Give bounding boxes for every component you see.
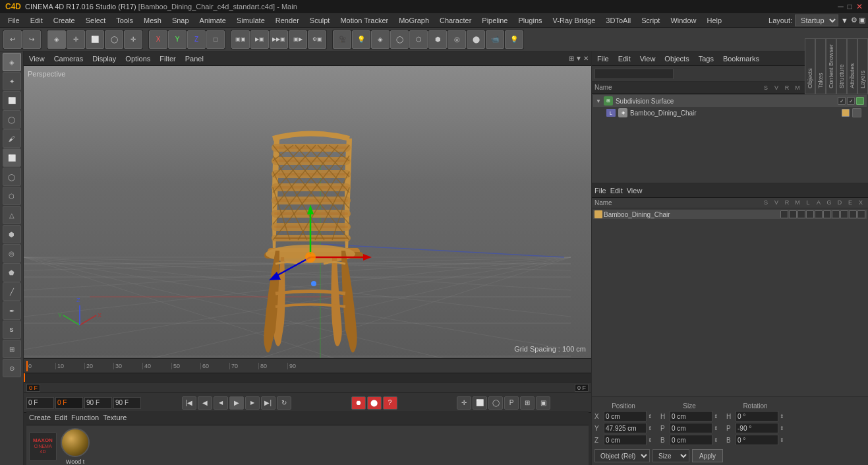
menu-pipeline[interactable]: Pipeline [477, 15, 513, 26]
pos-z-input[interactable] [604, 435, 647, 445]
tool-cylinder[interactable]: ⬡ [3, 187, 21, 205]
obj-file-menu[interactable]: File [594, 54, 612, 63]
redo-button[interactable]: ↪ [22, 30, 41, 49]
attributes-tab[interactable]: Attributes [847, 38, 857, 94]
obj-row-subdivision[interactable]: ▼ ⊞ Subdivision Surface ✓ ✓ [593, 95, 867, 107]
scale-button[interactable]: ⬜ [86, 30, 104, 49]
objects-tab[interactable]: Objects [805, 38, 815, 94]
max-frame-input[interactable] [113, 397, 141, 409]
fcurve-button[interactable]: ◯ [488, 396, 503, 410]
transform-button[interactable]: ✛ [124, 30, 142, 49]
play-reverse-button[interactable]: ◀ [198, 396, 212, 410]
timeline-button[interactable]: ⬜ [473, 396, 487, 410]
timeline-ruler[interactable]: 0 10 20 30 40 50 60 70 80 90 [24, 358, 591, 373]
rot-h-input[interactable] [736, 411, 778, 421]
obj-expand-icon[interactable]: ▼ [596, 98, 601, 104]
menu-select[interactable]: Select [80, 15, 111, 26]
obj-row-bamboo[interactable]: L ◈ Bamboo_Dining_Chair [593, 107, 867, 119]
step-forward-button[interactable]: ▶ [245, 396, 260, 410]
pos-y-input[interactable] [604, 423, 647, 433]
mat-texture-btn[interactable]: Texture [103, 414, 127, 421]
menu-help[interactable]: Help [702, 15, 728, 26]
attr-cb-9[interactable] [849, 210, 857, 218]
rot-b-spinner[interactable]: ⇕ [780, 437, 784, 443]
tool-rotate[interactable]: ◯ [3, 110, 21, 129]
attr-cb-2[interactable] [789, 210, 797, 218]
menu-create[interactable]: Create [48, 15, 80, 26]
attr-row-bamboo[interactable]: Bamboo_Dining_Chair [593, 210, 867, 219]
render-to-po-button[interactable]: ▣▶ [289, 30, 307, 49]
layout-icon-1[interactable]: ⚙ [851, 16, 857, 24]
menu-motion-tracker[interactable]: Motion Tracker [335, 15, 393, 26]
menu-plugins[interactable]: Plugins [513, 15, 547, 26]
all-axis-button[interactable]: □ [206, 30, 225, 49]
move-button[interactable]: ✛ [67, 30, 85, 49]
light-button[interactable]: 💡 [352, 30, 370, 49]
y-axis-button[interactable]: Y [168, 30, 187, 49]
render-viewport-button[interactable]: ▶▣ [250, 30, 269, 49]
title-bar-controls[interactable]: ─ □ ✕ [838, 2, 863, 11]
z-axis-button[interactable]: Z [187, 30, 206, 49]
current-frame-input[interactable] [55, 397, 83, 409]
size-b-input[interactable] [670, 435, 712, 445]
vp-icon-down[interactable]: ▼ [575, 55, 582, 62]
undo-button[interactable]: ↩ [3, 30, 22, 49]
pos-x-input[interactable] [604, 411, 647, 421]
close-button[interactable]: ✕ [856, 2, 863, 11]
obj-render-enable[interactable] [856, 97, 864, 105]
bulb-button[interactable]: 💡 [505, 30, 523, 49]
timeline-track[interactable] [24, 373, 591, 382]
wood-material[interactable]: Wood t [61, 428, 90, 465]
tool-paint[interactable]: 🖌 [3, 129, 21, 148]
floor-button[interactable]: ⬢ [428, 30, 447, 49]
rotate-button[interactable]: ◯ [105, 30, 123, 49]
menu-tools[interactable]: Tools [111, 15, 138, 26]
rot-b-input[interactable] [736, 435, 778, 445]
keyframe-button[interactable]: ? [383, 396, 397, 410]
loop-button[interactable]: ↻ [277, 396, 291, 410]
rot-p-spinner[interactable]: ⇕ [780, 425, 784, 431]
layers-tab[interactable]: Layers [857, 38, 868, 94]
menu-mograph[interactable]: MoGraph [393, 15, 434, 26]
tool-sphere[interactable]: ◯ [3, 168, 21, 186]
tool-grid[interactable]: ⊞ [3, 340, 21, 358]
attr-edit-menu[interactable]: Edit [610, 187, 623, 195]
record-button[interactable]: 📹 [486, 30, 504, 49]
vp-menu-cameras[interactable]: Cameras [51, 54, 86, 63]
pos-y-spinner[interactable]: ⇕ [648, 425, 652, 431]
pos-x-spinner[interactable]: ⇕ [648, 414, 652, 419]
vp-icon-maximize[interactable]: ⊞ [569, 55, 574, 62]
tool-scale[interactable]: ⬜ [3, 91, 21, 109]
tool-line[interactable]: ╱ [3, 282, 21, 301]
menu-window[interactable]: Window [665, 15, 701, 26]
attr-cb-1[interactable] [780, 210, 788, 218]
material-button[interactable]: ◈ [371, 30, 390, 49]
tool-torus[interactable]: ◎ [3, 244, 21, 263]
object2-button[interactable]: ⬡ [409, 30, 428, 49]
size-p-spinner[interactable]: ⇕ [714, 425, 718, 431]
takes-tab[interactable]: Takes [815, 38, 826, 94]
vp-menu-view[interactable]: View [26, 54, 47, 63]
motion-clip-button[interactable]: ▣ [536, 396, 550, 410]
step-back-button[interactable]: ◀ [214, 396, 228, 410]
tool-snap[interactable]: ⊙ [3, 359, 21, 377]
motion-path-button[interactable]: ✛ [457, 396, 471, 410]
object-button[interactable]: ◯ [390, 30, 409, 49]
pos-z-spinner[interactable]: ⇕ [648, 437, 652, 443]
size-b-spinner[interactable]: ⇕ [714, 437, 718, 443]
attr-cb-6[interactable] [823, 210, 831, 218]
vp-menu-display[interactable]: Display [90, 54, 119, 63]
menu-simulate[interactable]: Simulate [231, 15, 270, 26]
vp-menu-filter[interactable]: Filter [157, 54, 178, 63]
menu-vray[interactable]: V-Ray Bridge [548, 15, 601, 26]
obj-edit-menu[interactable]: Edit [616, 54, 633, 63]
menu-character[interactable]: Character [434, 15, 477, 26]
schematic-button[interactable]: ⊞ [520, 396, 535, 410]
vp-menu-panel[interactable]: Panel [183, 54, 206, 63]
rot-h-spinner[interactable]: ⇕ [780, 414, 784, 419]
attr-cb-3[interactable] [797, 210, 805, 218]
tool-move[interactable]: ✦ [3, 72, 21, 90]
object-relative-select[interactable]: Object (Rel) World [594, 449, 650, 462]
menu-3dtoall[interactable]: 3DToAll [600, 15, 636, 26]
size-h-input[interactable] [670, 411, 712, 421]
